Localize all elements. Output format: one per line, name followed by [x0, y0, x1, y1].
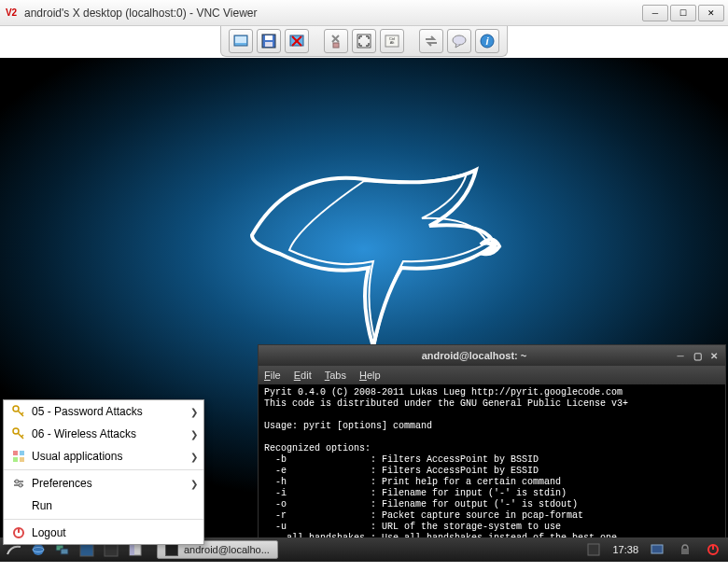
logout-icon [9, 526, 28, 539]
submenu-arrow-icon: ❯ [190, 407, 198, 417]
submenu-arrow-icon: ❯ [190, 429, 198, 440]
vnc-save-button[interactable] [257, 29, 281, 53]
vnc-window-titlebar: V2 android's X desktop (localhost:0) - V… [0, 0, 728, 26]
terminal-minimize-button[interactable]: ─ [673, 349, 688, 362]
vnc-app-icon: V2 [4, 6, 19, 21]
svg-rect-23 [105, 543, 118, 556]
vnc-options-button[interactable] [324, 29, 348, 53]
maximize-button[interactable]: ☐ [670, 5, 696, 21]
svg-rect-28 [681, 549, 689, 554]
close-button[interactable]: ✕ [698, 5, 724, 21]
svg-rect-40 [20, 457, 24, 462]
prefs-icon [9, 477, 28, 490]
menu-item-label: 05 - Password Attacks [28, 405, 190, 418]
terminal-close-button[interactable]: ✕ [707, 349, 721, 362]
menu-item-05-password-attacks[interactable]: 05 - Password Attacks❯ [4, 400, 203, 423]
svg-rect-21 [61, 549, 68, 554]
terminal-titlebar[interactable]: android@localhost: ~ ─ ▢ ✕ [259, 345, 725, 366]
terminal-task-icon [165, 543, 178, 556]
taskbar-clock[interactable]: 17:38 [612, 544, 638, 555]
vnc-ctrl-alt-del-button[interactable]: CtrlAlt [380, 29, 404, 53]
submenu-arrow-icon: ❯ [190, 452, 198, 462]
vnc-chat-button[interactable] [447, 29, 471, 53]
menu-item-label: 06 - Wireless Attacks [28, 427, 190, 440]
menu-separator [4, 469, 203, 470]
terminal-menu-help[interactable]: Help [359, 370, 381, 381]
key-icon [9, 405, 28, 418]
svg-rect-25 [130, 544, 134, 555]
terminal-title: android@localhost: ~ [277, 350, 671, 361]
taskbar-task-label: android@localho... [184, 544, 270, 555]
vnc-fullscreen-button[interactable] [352, 29, 376, 53]
terminal-output[interactable]: Pyrit 0.4.0 (C) 2008-2011 Lukas Lueg htt… [259, 384, 725, 562]
svg-rect-3 [265, 35, 273, 40]
terminal-menu-tabs[interactable]: Tabs [325, 370, 346, 381]
menu-separator [4, 519, 203, 520]
menu-item-06-wireless-attacks[interactable]: 06 - Wireless Attacks❯ [4, 423, 203, 445]
svg-point-44 [19, 483, 22, 487]
terminal-maximize-button[interactable]: ▢ [690, 349, 705, 362]
svg-point-15 [453, 35, 466, 45]
vnc-swap-button[interactable] [419, 29, 443, 53]
vnc-toolbar: CtrlAlt i [220, 26, 508, 57]
apps-icon [9, 450, 28, 463]
terminal-menubar: File Edit Tabs Help [259, 366, 725, 384]
svg-rect-10 [333, 43, 339, 48]
menu-item-label: Run [28, 499, 198, 512]
svg-point-43 [15, 480, 19, 483]
vnc-info-button[interactable]: i [475, 29, 499, 53]
vnc-disconnect-button[interactable] [285, 29, 309, 53]
svg-line-36 [21, 435, 23, 437]
lock-screen-button[interactable] [676, 540, 694, 559]
vnc-window-title: android's X desktop (localhost:0) - VNC … [24, 7, 642, 20]
svg-line-33 [21, 412, 23, 414]
svg-rect-1 [235, 36, 246, 43]
menu-item-preferences[interactable]: Preferences❯ [4, 472, 203, 495]
key-icon [9, 427, 28, 440]
kali-dragon-logo [196, 114, 532, 356]
desktop-context-menu: 05 - Password Attacks❯06 - Wireless Atta… [3, 399, 204, 545]
logout-button[interactable] [704, 540, 722, 559]
svg-rect-26 [588, 544, 599, 555]
terminal-menu-file[interactable]: File [264, 370, 281, 381]
show-desktop-button[interactable] [648, 540, 666, 559]
svg-rect-38 [20, 451, 24, 455]
submenu-arrow-icon: ❯ [190, 479, 198, 489]
vnc-new-session-button[interactable] [229, 29, 253, 53]
svg-rect-27 [651, 545, 663, 553]
svg-rect-22 [80, 543, 93, 556]
menu-item-usual-applications[interactable]: Usual applications❯ [4, 445, 203, 467]
menu-item-label: Usual applications [28, 450, 190, 463]
vnc-toolbar-area: CtrlAlt i [0, 26, 728, 58]
svg-point-18 [33, 544, 44, 555]
menu-item-label: Logout [28, 526, 198, 539]
menu-item-label: Preferences [28, 477, 190, 490]
menu-item-logout[interactable]: Logout [4, 522, 203, 544]
tray-icon[interactable] [584, 540, 603, 559]
menu-item-run[interactable]: Run [4, 495, 203, 517]
svg-rect-4 [265, 42, 273, 47]
terminal-window[interactable]: android@localhost: ~ ─ ▢ ✕ File Edit Tab… [258, 344, 726, 562]
svg-rect-37 [13, 451, 18, 455]
minimize-button[interactable]: ─ [642, 5, 668, 21]
terminal-menu-edit[interactable]: Edit [294, 370, 312, 381]
svg-rect-39 [13, 457, 18, 462]
